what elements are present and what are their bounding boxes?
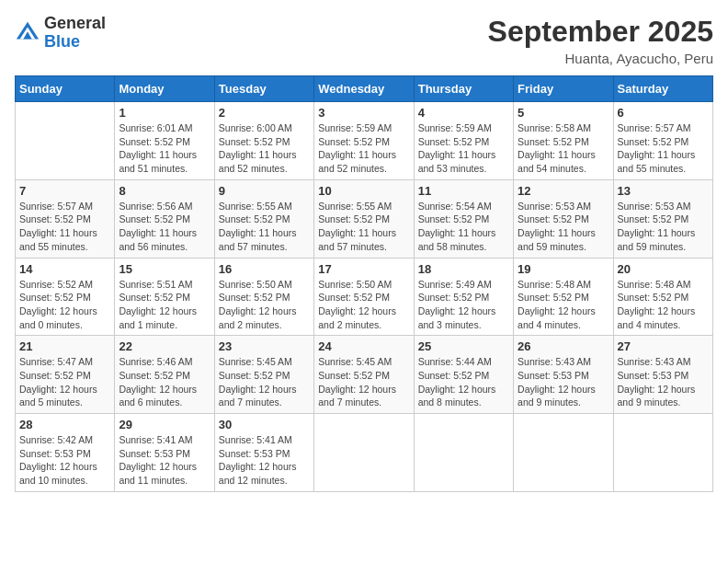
- day-number: 18: [418, 262, 509, 276]
- day-info: Sunrise: 5:54 AM Sunset: 5:52 PM Dayligh…: [418, 200, 509, 254]
- calendar-week-row: 21Sunrise: 5:47 AM Sunset: 5:52 PM Dayli…: [16, 336, 713, 414]
- day-info: Sunrise: 5:55 AM Sunset: 5:52 PM Dayligh…: [219, 200, 310, 254]
- day-info: Sunrise: 6:00 AM Sunset: 5:52 PM Dayligh…: [219, 121, 310, 176]
- calendar-week-row: 14Sunrise: 5:52 AM Sunset: 5:52 PM Dayli…: [16, 258, 713, 336]
- calendar-week-row: 28Sunrise: 5:42 AM Sunset: 5:53 PM Dayli…: [16, 414, 713, 492]
- calendar-cell: 8Sunrise: 5:56 AM Sunset: 5:52 PM Daylig…: [115, 179, 214, 258]
- calendar-cell: 19Sunrise: 5:48 AM Sunset: 5:52 PM Dayli…: [514, 258, 613, 336]
- calendar-cell: 10Sunrise: 5:55 AM Sunset: 5:52 PM Dayli…: [314, 179, 414, 258]
- day-number: 21: [19, 339, 110, 353]
- calendar-cell: 11Sunrise: 5:54 AM Sunset: 5:52 PM Dayli…: [414, 179, 513, 258]
- calendar-cell: 9Sunrise: 5:55 AM Sunset: 5:52 PM Daylig…: [214, 179, 313, 258]
- day-number: 9: [219, 184, 310, 198]
- calendar-header-row: SundayMondayTuesdayWednesdayThursdayFrid…: [16, 76, 713, 102]
- calendar-table: SundayMondayTuesdayWednesdayThursdayFrid…: [15, 75, 713, 492]
- day-info: Sunrise: 5:53 AM Sunset: 5:52 PM Dayligh…: [518, 200, 609, 254]
- day-info: Sunrise: 5:51 AM Sunset: 5:52 PM Dayligh…: [119, 278, 210, 332]
- title-block: September 2025 Huanta, Ayacucho, Peru: [488, 15, 713, 66]
- day-number: 16: [219, 262, 310, 276]
- day-info: Sunrise: 5:56 AM Sunset: 5:52 PM Dayligh…: [119, 200, 210, 254]
- calendar-cell: 26Sunrise: 5:43 AM Sunset: 5:53 PM Dayli…: [514, 336, 613, 414]
- calendar-cell: 2Sunrise: 6:00 AM Sunset: 5:52 PM Daylig…: [214, 102, 313, 180]
- day-number: 24: [318, 339, 409, 353]
- day-info: Sunrise: 5:53 AM Sunset: 5:52 PM Dayligh…: [618, 200, 709, 254]
- day-number: 2: [219, 106, 310, 120]
- calendar-cell: 27Sunrise: 5:43 AM Sunset: 5:53 PM Dayli…: [613, 336, 712, 414]
- day-header-wednesday: Wednesday: [314, 76, 414, 102]
- day-number: 14: [19, 262, 110, 276]
- day-number: 29: [119, 418, 210, 431]
- day-number: 27: [618, 339, 709, 353]
- calendar-cell: 12Sunrise: 5:53 AM Sunset: 5:52 PM Dayli…: [514, 179, 613, 258]
- day-number: 15: [119, 262, 210, 276]
- day-number: 30: [219, 418, 310, 431]
- calendar-cell: 29Sunrise: 5:41 AM Sunset: 5:53 PM Dayli…: [115, 414, 214, 492]
- calendar-cell: 28Sunrise: 5:42 AM Sunset: 5:53 PM Dayli…: [16, 414, 115, 492]
- calendar-cell: [414, 414, 513, 492]
- day-info: Sunrise: 5:48 AM Sunset: 5:52 PM Dayligh…: [518, 278, 609, 332]
- day-number: 22: [119, 339, 210, 353]
- calendar-cell: 4Sunrise: 5:59 AM Sunset: 5:52 PM Daylig…: [414, 102, 513, 180]
- day-info: Sunrise: 5:59 AM Sunset: 5:52 PM Dayligh…: [418, 121, 509, 176]
- day-info: Sunrise: 5:57 AM Sunset: 5:52 PM Dayligh…: [618, 121, 709, 176]
- calendar-cell: 18Sunrise: 5:49 AM Sunset: 5:52 PM Dayli…: [414, 258, 513, 336]
- day-header-monday: Monday: [115, 76, 214, 102]
- calendar-cell: 1Sunrise: 6:01 AM Sunset: 5:52 PM Daylig…: [115, 102, 214, 180]
- calendar-cell: [16, 102, 115, 180]
- month-year: September 2025: [488, 15, 713, 49]
- calendar-cell: 13Sunrise: 5:53 AM Sunset: 5:52 PM Dayli…: [613, 179, 712, 258]
- day-number: 28: [19, 418, 110, 431]
- day-number: 11: [418, 184, 509, 198]
- calendar-week-row: 7Sunrise: 5:57 AM Sunset: 5:52 PM Daylig…: [16, 179, 713, 258]
- page-header: General Blue September 2025 Huanta, Ayac…: [15, 15, 713, 66]
- calendar-cell: 7Sunrise: 5:57 AM Sunset: 5:52 PM Daylig…: [16, 179, 115, 258]
- day-info: Sunrise: 5:41 AM Sunset: 5:53 PM Dayligh…: [119, 433, 210, 488]
- logo-icon: [15, 20, 40, 46]
- day-number: 7: [19, 184, 110, 198]
- day-number: 12: [518, 184, 609, 198]
- logo-text: General Blue: [44, 15, 106, 52]
- calendar-cell: 5Sunrise: 5:58 AM Sunset: 5:52 PM Daylig…: [514, 102, 613, 180]
- calendar-cell: 23Sunrise: 5:45 AM Sunset: 5:52 PM Dayli…: [214, 336, 313, 414]
- day-number: 6: [618, 106, 709, 120]
- day-number: 13: [618, 184, 709, 198]
- day-number: 1: [119, 106, 210, 120]
- day-info: Sunrise: 5:55 AM Sunset: 5:52 PM Dayligh…: [318, 200, 409, 254]
- day-info: Sunrise: 5:52 AM Sunset: 5:52 PM Dayligh…: [19, 278, 110, 332]
- day-number: 17: [318, 262, 409, 276]
- calendar-cell: 6Sunrise: 5:57 AM Sunset: 5:52 PM Daylig…: [613, 102, 712, 180]
- day-info: Sunrise: 5:44 AM Sunset: 5:52 PM Dayligh…: [418, 355, 509, 409]
- day-info: Sunrise: 5:42 AM Sunset: 5:53 PM Dayligh…: [19, 433, 110, 488]
- calendar-cell: [514, 414, 613, 492]
- calendar-cell: 3Sunrise: 5:59 AM Sunset: 5:52 PM Daylig…: [314, 102, 414, 180]
- calendar-cell: 16Sunrise: 5:50 AM Sunset: 5:52 PM Dayli…: [214, 258, 313, 336]
- calendar-cell: 30Sunrise: 5:41 AM Sunset: 5:53 PM Dayli…: [214, 414, 313, 492]
- calendar-cell: 15Sunrise: 5:51 AM Sunset: 5:52 PM Dayli…: [115, 258, 214, 336]
- calendar-cell: 22Sunrise: 5:46 AM Sunset: 5:52 PM Dayli…: [115, 336, 214, 414]
- day-info: Sunrise: 6:01 AM Sunset: 5:52 PM Dayligh…: [119, 121, 210, 176]
- day-info: Sunrise: 5:59 AM Sunset: 5:52 PM Dayligh…: [318, 121, 409, 176]
- day-info: Sunrise: 5:57 AM Sunset: 5:52 PM Dayligh…: [19, 200, 110, 254]
- logo: General Blue: [15, 15, 106, 52]
- day-info: Sunrise: 5:49 AM Sunset: 5:52 PM Dayligh…: [418, 278, 509, 332]
- day-info: Sunrise: 5:45 AM Sunset: 5:52 PM Dayligh…: [219, 355, 310, 409]
- day-number: 25: [418, 339, 509, 353]
- day-number: 23: [219, 339, 310, 353]
- day-header-sunday: Sunday: [16, 76, 115, 102]
- day-number: 8: [119, 184, 210, 198]
- day-info: Sunrise: 5:58 AM Sunset: 5:52 PM Dayligh…: [518, 121, 609, 176]
- day-info: Sunrise: 5:43 AM Sunset: 5:53 PM Dayligh…: [618, 355, 709, 409]
- day-header-friday: Friday: [514, 76, 613, 102]
- day-info: Sunrise: 5:43 AM Sunset: 5:53 PM Dayligh…: [518, 355, 609, 409]
- calendar-cell: 24Sunrise: 5:45 AM Sunset: 5:52 PM Dayli…: [314, 336, 414, 414]
- day-header-saturday: Saturday: [613, 76, 712, 102]
- calendar-week-row: 1Sunrise: 6:01 AM Sunset: 5:52 PM Daylig…: [16, 102, 713, 180]
- day-number: 4: [418, 106, 509, 120]
- day-header-thursday: Thursday: [414, 76, 513, 102]
- day-number: 26: [518, 339, 609, 353]
- calendar-cell: 17Sunrise: 5:50 AM Sunset: 5:52 PM Dayli…: [314, 258, 414, 336]
- day-info: Sunrise: 5:48 AM Sunset: 5:52 PM Dayligh…: [618, 278, 709, 332]
- day-info: Sunrise: 5:41 AM Sunset: 5:53 PM Dayligh…: [219, 433, 310, 488]
- day-info: Sunrise: 5:47 AM Sunset: 5:52 PM Dayligh…: [19, 355, 110, 409]
- day-info: Sunrise: 5:50 AM Sunset: 5:52 PM Dayligh…: [318, 278, 409, 332]
